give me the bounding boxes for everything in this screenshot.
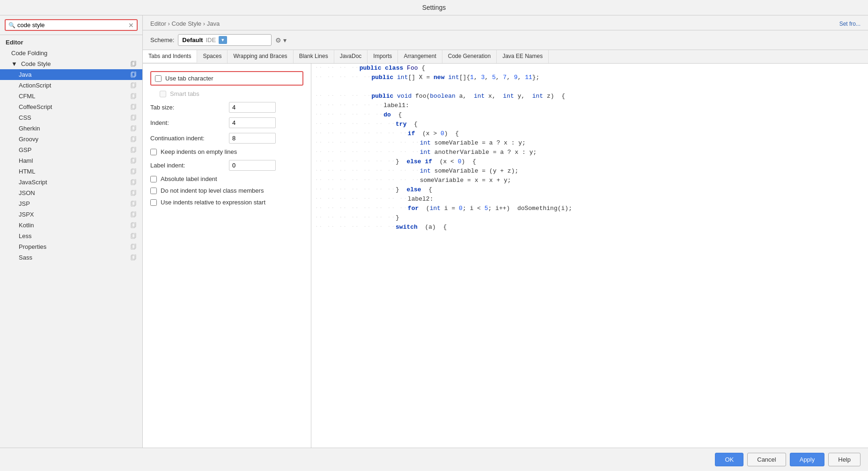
right-panel: Editor › Code Style › Java Set fro... Sc… <box>143 15 868 448</box>
use-indents-relative-row: Use indents relative to expression start <box>150 199 303 206</box>
gear-button[interactable]: ⚙ ▾ <box>275 36 287 44</box>
keep-indents-empty-row: Keep indents on empty lines <box>150 148 303 155</box>
label-indent-row: Label indent: <box>150 160 303 171</box>
use-indents-relative-label: Use indents relative to expression start <box>161 199 265 206</box>
tab-size-input[interactable] <box>229 102 276 113</box>
indent-input[interactable] <box>229 117 276 128</box>
tab-spaces[interactable]: Spaces <box>197 50 228 63</box>
ok-button[interactable]: OK <box>715 453 743 466</box>
scheme-label: Scheme: <box>150 36 174 43</box>
sidebar-item-java[interactable]: Java <box>0 69 142 80</box>
sidebar: 🔍 code style ✕ Editor Code Folding ▼ Cod… <box>0 15 143 448</box>
line-text: if (x > 0) { <box>408 129 864 138</box>
line-dots: ·· ·· ·· ·· <box>315 64 360 72</box>
tab-size-row: Tab size: <box>150 102 303 113</box>
use-tab-character-row: Use tab character <box>150 71 303 86</box>
tab-size-label: Tab size: <box>150 104 225 111</box>
title-bar: Settings <box>0 0 868 15</box>
no-indent-top-level-checkbox[interactable] <box>150 188 157 194</box>
code-line: ·· ·· ·· ·· ·· ·· ·· } <box>311 213 868 223</box>
sidebar-item-kotlin[interactable]: Kotlin <box>0 220 142 231</box>
line-text: public void foo(boolean a, int x, int y,… <box>371 92 864 101</box>
apply-button[interactable]: Apply <box>790 453 825 466</box>
sidebar-item-javascript[interactable]: JavaScript <box>0 177 142 188</box>
copy-icon-coffeescript <box>130 104 137 110</box>
sidebar-item-haml[interactable]: Haml <box>0 155 142 166</box>
options-panel: Use tab character Smart tabs Tab size: <box>143 64 311 448</box>
tab-imports[interactable]: Imports <box>368 50 398 63</box>
cancel-button[interactable]: Cancel <box>747 453 786 466</box>
smart-tabs-label: Smart tabs <box>170 90 199 97</box>
sidebar-item-groovy[interactable]: Groovy <box>0 134 142 145</box>
clear-search-button[interactable]: ✕ <box>128 22 134 29</box>
help-button[interactable]: Help <box>828 453 861 466</box>
smart-tabs-checkbox[interactable] <box>160 91 166 97</box>
java-label: Java <box>19 71 31 78</box>
line-text: for (int i = 0; i < 5; i++) doSomething(… <box>408 204 864 213</box>
search-box: 🔍 code style ✕ <box>5 19 138 31</box>
sidebar-item-less[interactable]: Less <box>0 231 142 241</box>
line-text: switch (a) { <box>396 223 864 232</box>
copy-icon-haml <box>130 158 137 164</box>
sidebar-item-sass[interactable]: Sass <box>0 252 142 263</box>
label-indent-input[interactable] <box>229 160 276 171</box>
sidebar-item-gsp[interactable]: GSP <box>0 145 142 155</box>
copy-icon-javascript <box>130 179 137 186</box>
sidebar-item-properties[interactable]: Properties <box>0 241 142 252</box>
dialog-title: Settings <box>422 4 446 11</box>
tab-arrangement[interactable]: Arrangement <box>398 50 442 63</box>
scheme-type: IDE <box>206 36 216 43</box>
css-label: CSS <box>19 114 31 121</box>
line-text: } else if (x < 0) { <box>396 157 864 167</box>
sidebar-item-html[interactable]: HTML <box>0 166 142 177</box>
jsp-label: JSP <box>19 200 30 207</box>
sidebar-item-jsp[interactable]: JSP <box>0 198 142 209</box>
line-dots: ·· ·· ·· ·· ·· ·· ·· ·· <box>315 195 408 203</box>
tab-code-gen[interactable]: Code Generation <box>442 50 497 63</box>
keep-indents-checkbox[interactable] <box>150 149 157 155</box>
html-label: HTML <box>19 168 35 175</box>
code-line: ·· ·· ·· ·· public class Foo { <box>311 64 868 73</box>
code-line: ·· ·· ·· ·· ·· ·· ·· } else if (x < 0) { <box>311 157 868 167</box>
line-dots: ·· ·· ·· ·· ·· ·· ·· <box>315 213 396 221</box>
set-from-link[interactable]: Set fro... <box>839 21 861 27</box>
sidebar-item-code-style[interactable]: ▼ Code Style <box>0 58 142 69</box>
sidebar-item-code-folding[interactable]: Code Folding <box>0 48 142 58</box>
tab-java-ee[interactable]: Java EE Names <box>497 50 549 63</box>
sidebar-item-actionscript[interactable]: ActionScript <box>0 80 142 91</box>
line-text: public int[] X = new int[]{1, 3, 5, 7, 9… <box>371 73 864 82</box>
line-text: int anotherVariable = a ? x : y; <box>420 148 864 157</box>
code-line: ·· ·· ·· ·· ·· ·· ·· ·· label2: <box>311 195 868 204</box>
code-line <box>311 82 868 92</box>
copy-icon-jspx <box>130 211 137 218</box>
sidebar-item-cfml[interactable]: CFML <box>0 91 142 101</box>
sidebar-item-coffeescript[interactable]: CoffeeScript <box>0 101 142 112</box>
use-indents-relative-checkbox[interactable] <box>150 199 157 206</box>
json-label: JSON <box>19 189 35 196</box>
search-container: 🔍 code style ✕ <box>0 15 142 35</box>
copy-icon <box>130 61 137 67</box>
properties-label: Properties <box>19 243 46 250</box>
sidebar-item-gherkin[interactable]: Gherkin <box>0 123 142 134</box>
scheme-dropdown-arrow[interactable]: ▾ <box>219 36 227 44</box>
tab-javadoc[interactable]: JavaDoc <box>334 50 368 63</box>
line-dots: ·· ·· ·· ·· ·· ·· ·· ·· <box>315 129 408 137</box>
search-input[interactable]: code style <box>17 22 126 29</box>
tab-blank-lines[interactable]: Blank Lines <box>294 50 334 63</box>
copy-icon-less <box>130 233 137 239</box>
scheme-select[interactable]: Default IDE ▾ <box>178 34 272 46</box>
sidebar-item-jspx[interactable]: JSPX <box>0 209 142 220</box>
tab-tabs-indents[interactable]: Tabs and Indents <box>143 50 197 63</box>
sidebar-item-json[interactable]: JSON <box>0 188 142 198</box>
smart-tabs-row: Smart tabs <box>150 90 303 97</box>
tab-wrapping[interactable]: Wrapping and Braces <box>228 50 293 63</box>
absolute-label-indent-label: Absolute label indent <box>161 175 217 182</box>
coffeescript-label: CoffeeScript <box>19 103 52 110</box>
code-style-label: Code Style <box>21 60 51 67</box>
use-tab-character-checkbox[interactable] <box>155 75 162 82</box>
absolute-label-indent-checkbox[interactable] <box>150 176 157 182</box>
haml-label: Haml <box>19 157 33 164</box>
continuation-indent-input[interactable] <box>229 133 276 144</box>
label-indent-label: Label indent: <box>150 162 225 169</box>
sidebar-item-css[interactable]: CSS <box>0 112 142 123</box>
